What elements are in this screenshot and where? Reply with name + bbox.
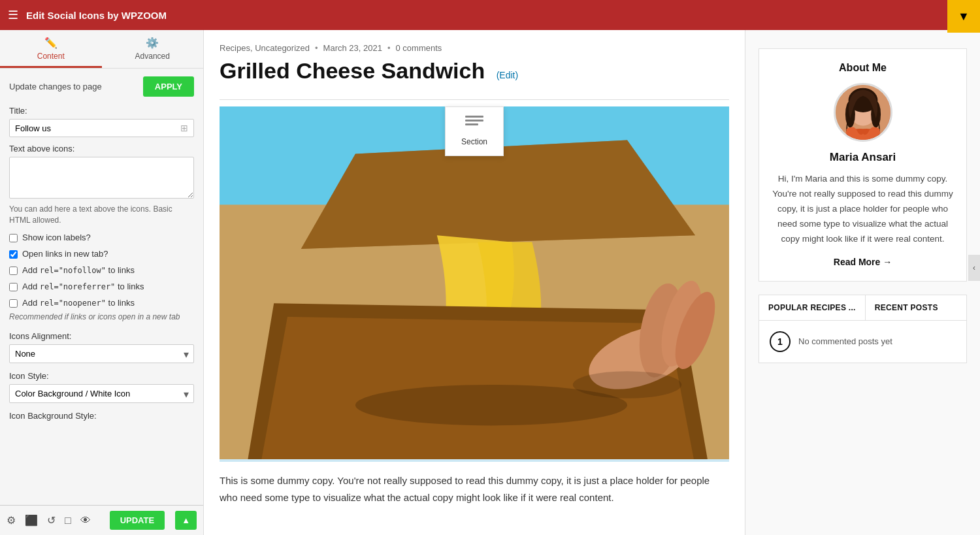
icons-alignment-select[interactable]: None Left Center Right [9, 344, 194, 363]
open-links-label: Open links in new tab? [22, 249, 108, 259]
noreferrer-checkbox[interactable] [9, 283, 18, 291]
person-name: Maria Ansari [772, 151, 953, 164]
text-above-label: Text above icons: [9, 144, 194, 154]
about-card: About Me [759, 48, 967, 282]
svg-rect-0 [465, 116, 483, 118]
hint-text: You can add here a text above the icons.… [9, 204, 194, 226]
noopener-checkbox[interactable] [9, 299, 18, 308]
title-label: Title: [9, 106, 194, 116]
avatar [834, 83, 892, 142]
meta-dot-2: • [387, 43, 391, 53]
left-panel: ✏️ Content ⚙️ Advanced Update changes to… [0, 30, 204, 535]
icon-style-label: Icon Style: [9, 371, 194, 381]
icons-alignment-label: Icons Alignment: [9, 331, 194, 341]
update-arrow-button[interactable]: ▲ [175, 511, 197, 530]
eye-icon[interactable]: 👁 [80, 515, 91, 527]
collapse-handle[interactable]: ‹ [968, 255, 980, 281]
recommended-hint: Recommended if links or icons open in a … [9, 312, 194, 323]
icon-style-select-wrapper: Color Background / White Icon White Back… [9, 384, 194, 403]
noreferrer-row: Add rel="noreferrer" to links [9, 282, 194, 291]
apply-button[interactable]: APPLY [143, 76, 194, 97]
open-links-row: Open links in new tab? [9, 249, 194, 259]
svg-rect-2 [465, 123, 478, 125]
input-icon: ⊞ [180, 123, 188, 133]
about-title: About Me [772, 62, 953, 74]
blog-image [220, 106, 729, 459]
popular-tabs: POPULAR RECIPES ... RECENT POSTS 1 No co… [759, 295, 967, 363]
device-icon[interactable]: □ [65, 515, 71, 527]
article-title: Grilled Cheese Sandwich (Edit) [220, 58, 729, 84]
update-row: Update changes to page APPLY [9, 76, 194, 97]
popular-recipes-tab[interactable]: POPULAR RECIPES ... [759, 295, 866, 320]
recent-posts-tab[interactable]: RECENT POSTS [866, 295, 947, 320]
open-links-checkbox[interactable] [9, 250, 18, 259]
show-icon-labels-label: Show icon labels? [22, 233, 91, 242]
blog-image-container [220, 106, 729, 462]
svg-marker-7 [301, 140, 695, 249]
update-text: Update changes to page [9, 82, 102, 91]
section-widget[interactable]: Section [445, 106, 504, 156]
svg-point-15 [573, 371, 681, 398]
read-more-link[interactable]: Read More → [834, 257, 892, 267]
icon-style-select[interactable]: Color Background / White Icon White Back… [9, 384, 194, 403]
icons-alignment-select-wrapper: None Left Center Right [9, 344, 194, 363]
article-divider [220, 99, 729, 100]
noreferrer-label: Add rel="noreferrer" to links [22, 282, 144, 291]
center-panel: Recipes, Uncategorized • March 23, 2021 … [204, 30, 745, 535]
advanced-tab-icon: ⚙️ [146, 37, 159, 49]
nofollow-checkbox[interactable] [9, 267, 18, 275]
article-edit-link[interactable]: (Edit) [497, 70, 518, 80]
article-body: This is some dummy copy. You're not real… [204, 462, 745, 516]
article-date: March 23, 2021 [323, 43, 382, 53]
tab-advanced[interactable]: ⚙️ Advanced [102, 30, 204, 68]
article-header: Recipes, Uncategorized • March 23, 2021 … [204, 30, 745, 93]
person-bio: Hi, I'm Maria and this is some dummy cop… [772, 172, 953, 247]
article-meta: Recipes, Uncategorized • March 23, 2021 … [220, 43, 729, 53]
nofollow-label: Add rel="nofollow" to links [22, 265, 135, 275]
history-icon[interactable]: ↺ [47, 514, 56, 527]
meta-dot-1: • [315, 43, 318, 53]
nofollow-row: Add rel="nofollow" to links [9, 265, 194, 275]
avatar-image [836, 83, 890, 142]
icon-bg-style-label: Icon Background Style: [9, 411, 194, 421]
popular-tabs-header: POPULAR RECIPES ... RECENT POSTS [759, 295, 966, 321]
title-input[interactable] [15, 123, 180, 133]
show-icon-labels-row: Show icon labels? [9, 233, 194, 242]
content-area: Section [220, 106, 729, 462]
title-input-wrapper: ⊞ [9, 119, 194, 137]
svg-rect-1 [465, 120, 483, 122]
tabs-row: ✏️ Content ⚙️ Advanced [0, 30, 203, 69]
settings-icon[interactable]: ⚙ [7, 514, 16, 527]
top-bar-title: Edit Social Icons by WPZOOM [26, 10, 955, 21]
bottom-toolbar: ⚙ ⬛ ↺ □ 👁 UPDATE ▲ [0, 505, 203, 535]
tab-content[interactable]: ✏️ Content [0, 30, 102, 68]
tab-advanced-label: Advanced [135, 52, 170, 61]
corner-dropdown-button[interactable]: ▼ [947, 0, 980, 33]
tab-content-label: Content [37, 52, 65, 61]
post-number: 1 [770, 331, 791, 352]
update-button[interactable]: UPDATE [110, 511, 165, 530]
hamburger-icon[interactable]: ☰ [8, 8, 18, 22]
section-widget-icon [465, 115, 483, 133]
content-tab-icon: ✏️ [44, 37, 57, 49]
layers-icon[interactable]: ⬛ [25, 514, 38, 527]
noopener-row: Add rel="noopener" to links [9, 298, 194, 308]
article-body-text: This is some dummy copy. You're not real… [220, 472, 729, 506]
no-posts-text: No commented posts yet [798, 336, 892, 346]
right-panel: About Me [745, 30, 980, 535]
popular-tab-content: 1 No commented posts yet [759, 321, 966, 363]
article-comments: 0 comments [396, 43, 442, 53]
show-icon-labels-checkbox[interactable] [9, 234, 18, 242]
article-categories: Recipes, Uncategorized [220, 43, 310, 53]
article-title-text: Grilled Cheese Sandwich [220, 58, 485, 83]
section-widget-label: Section [461, 137, 487, 146]
top-bar: ☰ Edit Social Icons by WPZOOM ⊞ [0, 0, 980, 30]
text-above-input[interactable] [9, 157, 194, 199]
panel-content: Update changes to page APPLY Title: ⊞ Te… [0, 69, 203, 505]
main-layout: ✏️ Content ⚙️ Advanced Update changes to… [0, 30, 980, 535]
noopener-label: Add rel="noopener" to links [22, 298, 135, 308]
